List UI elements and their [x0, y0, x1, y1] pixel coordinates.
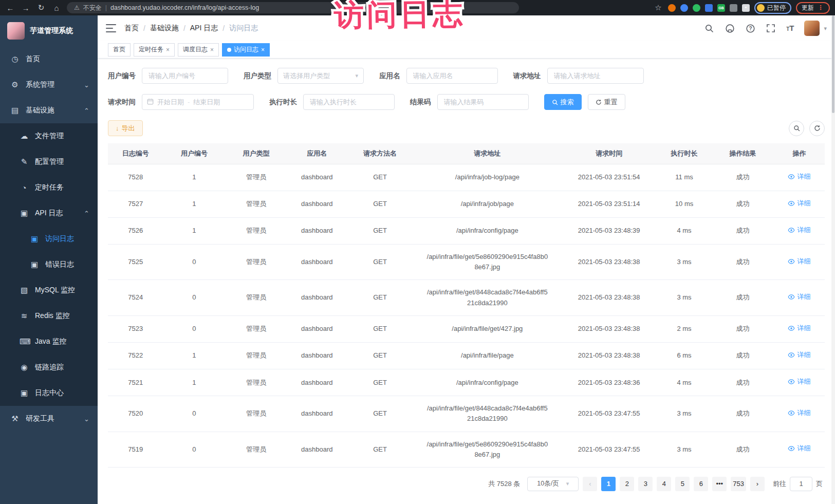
prev-page-button[interactable]: ‹	[583, 477, 597, 491]
cell-result: 成功	[712, 245, 774, 280]
close-icon[interactable]: ×	[210, 46, 214, 53]
tab-label: 访问日志	[234, 45, 258, 54]
sidebar-item-file-management[interactable]: ☁文件管理	[0, 123, 98, 149]
detail-button[interactable]: 详细	[788, 292, 810, 302]
detail-button[interactable]: 详细	[788, 172, 810, 182]
breadcrumb-item[interactable]: API 日志	[190, 24, 218, 33]
extension-shield-icon[interactable]	[680, 4, 688, 12]
next-page-button[interactable]: ›	[750, 477, 765, 491]
sidebar-item-infrastructure[interactable]: ▤基础设施⌃	[0, 98, 98, 123]
page-button-2[interactable]: 2	[620, 477, 634, 491]
page-button-5[interactable]: 5	[675, 477, 690, 491]
app-name-input[interactable]	[406, 68, 498, 84]
sidebar-item-java-monitor[interactable]: ⌨Java 监控	[0, 329, 98, 354]
user-id-input[interactable]	[142, 68, 228, 84]
chevron-down-icon[interactable]: ▾	[824, 25, 827, 32]
search-button[interactable]: 搜索	[544, 94, 582, 110]
table-row: 75190管理员dashboardGET/api/infra/file/get/…	[108, 432, 825, 467]
close-icon[interactable]: ×	[261, 46, 265, 53]
cell-request-url: /api/infra/job/page	[413, 191, 561, 217]
sidebar-item-scheduled-tasks[interactable]: ◔定时任务	[0, 175, 98, 200]
browser-back-icon[interactable]: ←	[5, 4, 15, 12]
detail-button[interactable]: 详细	[788, 256, 810, 267]
column-header: 请求地址	[413, 143, 561, 164]
sidebar-item-redis-monitor[interactable]: ≋Redis 监控	[0, 303, 98, 329]
extension-blue-grid-icon[interactable]	[705, 4, 713, 12]
sidebar-item-mysql-monitor[interactable]: ▧MySQL 监控	[0, 277, 98, 303]
page-button-6[interactable]: 6	[694, 477, 708, 491]
browser-menu-icon[interactable]: ⋮	[818, 4, 824, 11]
browser-update-button[interactable]: 更新 ⋮	[796, 2, 830, 14]
filter-field-duration: 执行时长	[269, 94, 395, 110]
page-content: 用户编号用户类型请选择用户类型▾应用名请求地址请求时间开始日期-结束日期执行时长…	[98, 59, 835, 504]
cell-app-name: dashboard	[287, 191, 347, 217]
app-logo[interactable]: 芋道管理系统	[0, 15, 98, 46]
sidebar-item-trace[interactable]: ◉链路追踪	[0, 354, 98, 380]
filter-label: 执行时长	[269, 98, 297, 107]
toggle-search-icon[interactable]	[789, 121, 804, 136]
profile-paused-chip[interactable]: 已暂停	[754, 2, 791, 14]
cell-user-type: 管理员	[225, 280, 287, 315]
extension-green-circle-icon[interactable]	[693, 4, 700, 12]
sidebar-item-log-center[interactable]: ▣日志中心	[0, 380, 98, 406]
detail-button[interactable]: 详细	[788, 350, 810, 360]
detail-button[interactable]: 详细	[788, 225, 810, 235]
goto-page-input[interactable]	[790, 477, 812, 491]
tab-schedule-log[interactable]: 调度日志×	[178, 43, 219, 57]
page-button-753[interactable]: 753	[731, 477, 746, 491]
page-size-select[interactable]: 10条/页 ▾	[527, 477, 579, 491]
font-size-icon[interactable]: TT	[786, 24, 794, 33]
more-pages-button[interactable]: •••	[712, 477, 727, 491]
github-icon[interactable]	[725, 23, 735, 33]
page-button-4[interactable]: 4	[657, 477, 671, 491]
filter-label: 用户编号	[108, 71, 136, 81]
tab-scheduled-tasks[interactable]: 定时任务×	[134, 43, 175, 57]
breadcrumb-item[interactable]: 基础设施	[150, 24, 179, 33]
result-code-input[interactable]	[437, 94, 529, 110]
address-bar[interactable]: ⚠ 不安全 | dashboard.yudao.iocoder.cn/infra…	[67, 2, 519, 13]
cell-duration: 3 ms	[657, 280, 712, 315]
sidebar-item-config-management[interactable]: ✎配置管理	[0, 149, 98, 175]
extension-pin-icon[interactable]: ✦	[742, 4, 750, 12]
sidebar-item-access-log[interactable]: ▣访问日志	[0, 226, 98, 252]
cell-log-id: 7525	[108, 245, 163, 280]
sidebar-item-home[interactable]: ◷首页	[0, 46, 98, 72]
sidebar-item-dev-tools[interactable]: ⚒研发工具⌄	[0, 406, 98, 432]
extension-gray-icon[interactable]	[730, 4, 737, 12]
page-button-3[interactable]: 3	[638, 477, 653, 491]
bookmark-star-icon[interactable]: ☆	[653, 3, 663, 12]
scrollbar-thumb[interactable]	[832, 15, 834, 113]
browser-home-icon[interactable]: ⌂	[51, 4, 62, 12]
detail-button[interactable]: 详细	[788, 323, 810, 333]
tab-access-log[interactable]: 访问日志×	[222, 43, 270, 57]
fullscreen-icon[interactable]	[766, 23, 776, 33]
search-icon[interactable]	[704, 23, 714, 33]
cell-action: 详细	[774, 369, 825, 396]
user-avatar[interactable]	[804, 21, 820, 36]
help-icon[interactable]: ?	[745, 23, 755, 33]
sidebar-item-api-log[interactable]: ▣API 日志⌃	[0, 200, 98, 226]
breadcrumb-item[interactable]: 首页	[124, 24, 139, 33]
sidebar-item-label: 基础设施	[26, 106, 54, 115]
detail-button[interactable]: 详细	[788, 443, 810, 454]
detail-button[interactable]: 详细	[788, 377, 810, 387]
sidebar-item-system-management[interactable]: ⚙系统管理⌄	[0, 72, 98, 98]
sidebar-item-error-log[interactable]: ▣错误日志	[0, 252, 98, 277]
extension-orange-icon[interactable]	[668, 4, 676, 12]
detail-button[interactable]: 详细	[788, 198, 810, 209]
refresh-icon[interactable]	[809, 121, 825, 136]
browser-forward-icon[interactable]: →	[21, 4, 31, 12]
duration-input[interactable]	[303, 94, 395, 110]
request-time-range-picker[interactable]: 开始日期-结束日期	[142, 94, 254, 110]
tab-home[interactable]: 首页	[108, 43, 131, 57]
detail-button[interactable]: 详细	[788, 408, 810, 418]
close-icon[interactable]: ×	[166, 46, 170, 53]
export-button[interactable]: ↓ 导出	[108, 120, 143, 136]
page-button-1[interactable]: 1	[601, 477, 616, 491]
hamburger-icon[interactable]	[106, 24, 116, 32]
browser-reload-icon[interactable]: ↻	[36, 3, 46, 12]
reset-button[interactable]: 重置	[588, 94, 625, 110]
request-url-input[interactable]	[547, 68, 644, 84]
extension-gb-icon[interactable]: GB	[717, 4, 725, 12]
user-type-select[interactable]: 请选择用户类型▾	[277, 68, 364, 84]
